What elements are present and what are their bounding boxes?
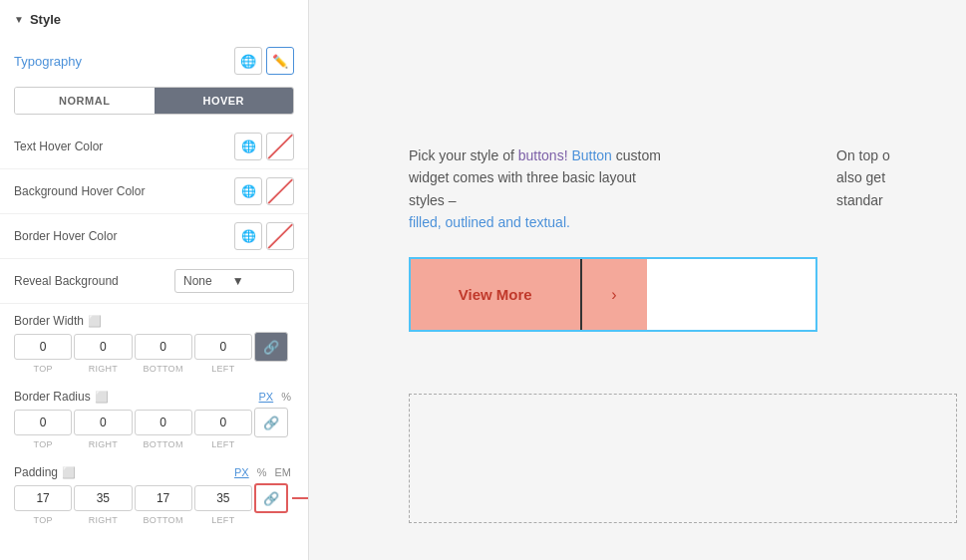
padding-section: Padding ⬜ PX % EM [0, 455, 308, 483]
label-bottom-bw: BOTTOM [135, 364, 192, 374]
color-clear-text-hover[interactable] [266, 133, 294, 160]
border-hover-color-controls: 🌐 [234, 222, 294, 250]
border-width-section: Border Width ⬜ [0, 304, 308, 332]
padding-label: Padding ⬜ [14, 465, 76, 479]
label-top-p: TOP [14, 515, 72, 525]
border-width-bottom[interactable] [135, 334, 192, 360]
label-left-br: LEFT [194, 439, 252, 449]
toggle-group: NORMAL HOVER [14, 87, 294, 115]
label-bottom-br: BOTTOM [135, 439, 192, 449]
border-width-left[interactable] [194, 334, 252, 360]
canvas-text-left: Pick your style of buttons! Button custo… [409, 144, 668, 234]
bg-hover-color-label: Background Hover Color [14, 184, 145, 198]
style-title: Style [30, 12, 61, 27]
border-width-label: Border Width ⬜ [14, 314, 102, 328]
text-hover-color-label: Text Hover Color [14, 140, 103, 153]
globe-icon[interactable]: 🌐 [234, 47, 262, 75]
typography-row: Typography 🌐 ✏️ [0, 39, 308, 81]
border-width-input-labels: TOP RIGHT BOTTOM LEFT [0, 364, 308, 380]
arrow-indicator [292, 493, 309, 503]
unit-em-padding[interactable]: EM [272, 465, 295, 479]
arrow-line [292, 497, 309, 499]
label-blank-bw [254, 364, 294, 374]
border-hover-color-row: Border Hover Color 🌐 [0, 214, 308, 259]
unit-pct-padding[interactable]: % [254, 465, 270, 479]
label-blank-br [254, 439, 294, 449]
chevron-down-icon-reveal: ▼ [232, 274, 244, 288]
button-widget: View More › [409, 257, 817, 332]
arrow-button[interactable]: › [582, 259, 647, 330]
padding-left[interactable] [194, 485, 252, 511]
unit-pct-radius[interactable]: % [278, 390, 294, 404]
padding-top[interactable] [14, 485, 72, 511]
padding-icon: ⬜ [62, 466, 76, 479]
border-radius-section: Border Radius ⬜ PX % [0, 380, 308, 408]
typography-icons: 🌐 ✏️ [234, 47, 294, 75]
typography-label: Typography [14, 54, 82, 69]
bg-hover-color-controls: 🌐 [234, 177, 294, 205]
color-clear-bg-hover[interactable] [266, 177, 294, 205]
right-canvas: Pick your style of buttons! Button custo… [309, 0, 966, 560]
border-hover-color-label: Border Hover Color [14, 229, 117, 243]
padding-inputs: 🔗 [0, 483, 308, 515]
border-radius-left[interactable] [194, 410, 252, 435]
dashed-placeholder-box [409, 394, 957, 523]
reveal-background-row: Reveal Background None ▼ [0, 259, 308, 304]
border-width-icon: ⬜ [88, 315, 102, 328]
text-hover-color-row: Text Hover Color 🌐 [0, 125, 308, 169]
globe-icon-border-hover[interactable]: 🌐 [234, 222, 262, 250]
globe-icon-bg-hover[interactable]: 🌐 [234, 177, 262, 205]
style-section-header[interactable]: ▼ Style [0, 0, 308, 39]
border-radius-right[interactable] [74, 410, 132, 435]
canvas-content: Pick your style of buttons! Button custo… [309, 0, 966, 560]
canvas-text-right: On top o also get standar [836, 144, 966, 211]
label-right-bw: RIGHT [74, 364, 132, 374]
view-more-button[interactable]: View More [411, 259, 582, 330]
text-right-2: also get [836, 169, 885, 185]
padding-right[interactable] [74, 485, 132, 511]
border-width-link-btn[interactable]: 🔗 [254, 332, 288, 362]
text-hover-color-controls: 🌐 [234, 133, 294, 160]
padding-input-labels: TOP RIGHT BOTTOM LEFT [0, 515, 308, 531]
border-radius-units: PX % [256, 390, 294, 404]
chevron-down-icon: ▼ [14, 14, 24, 25]
unit-px-padding[interactable]: PX [231, 465, 252, 479]
unit-px-radius[interactable]: PX [256, 390, 277, 404]
text-right-3: standar [836, 192, 883, 208]
border-radius-inputs: 🔗 [0, 408, 308, 439]
label-right-br: RIGHT [74, 439, 132, 449]
label-left-p: LEFT [194, 515, 252, 525]
border-radius-input-labels: TOP RIGHT BOTTOM LEFT [0, 439, 308, 455]
globe-icon-text-hover[interactable]: 🌐 [234, 133, 262, 160]
bg-hover-color-row: Background Hover Color 🌐 [0, 169, 308, 214]
border-radius-link-btn[interactable]: 🔗 [254, 408, 288, 437]
edit-icon[interactable]: ✏️ [266, 47, 294, 75]
reveal-background-label: Reveal Background [14, 274, 119, 288]
label-right-p: RIGHT [74, 515, 132, 525]
border-width-right[interactable] [74, 334, 132, 360]
hover-toggle[interactable]: HOVER [155, 88, 294, 114]
border-radius-icon: ⬜ [95, 391, 109, 404]
padding-bottom[interactable] [135, 485, 192, 511]
reveal-background-select[interactable]: None ▼ [174, 269, 294, 293]
label-bottom-p: BOTTOM [135, 515, 192, 525]
text-right-1: On top o [836, 147, 890, 163]
border-radius-bottom[interactable] [135, 410, 192, 435]
left-panel: ▼ Style Typography 🌐 ✏️ NORMAL HOVER Tex… [0, 0, 309, 560]
color-clear-border-hover[interactable] [266, 222, 294, 250]
border-radius-label: Border Radius ⬜ [14, 390, 109, 404]
button-empty-area [647, 259, 816, 330]
border-width-top[interactable] [14, 334, 72, 360]
label-left-bw: LEFT [194, 364, 252, 374]
border-width-inputs: 🔗 [0, 332, 308, 364]
padding-link-btn[interactable]: 🔗 [254, 483, 288, 513]
label-top-br: TOP [14, 439, 72, 449]
label-top-bw: TOP [14, 364, 72, 374]
reveal-background-value: None [183, 274, 212, 288]
label-blank-p [254, 515, 294, 525]
border-radius-top[interactable] [14, 410, 72, 435]
padding-units: PX % EM [231, 465, 294, 479]
normal-toggle[interactable]: NORMAL [15, 88, 155, 114]
